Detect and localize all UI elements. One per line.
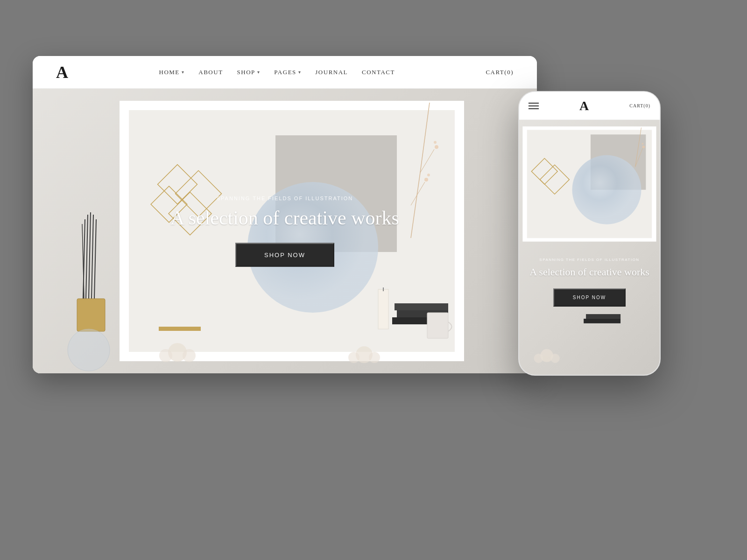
home-chevron-icon: ▾ — [182, 70, 185, 75]
mobile-cart[interactable]: CART(0) — [629, 103, 650, 108]
nav-about[interactable]: ABOUT — [198, 69, 223, 76]
desktop-header: A HOME ▾ ABOUT SHOP ▾ PAGES ▾ JOURNAL CO… — [33, 56, 537, 89]
desktop-hero: SPANNING THE FIELDS OF ILLUSTRATION A se… — [33, 89, 537, 373]
desktop-hero-content: SPANNING THE FIELDS OF ILLUSTRATION A se… — [33, 196, 537, 267]
mobile-logo: A — [579, 98, 589, 113]
nav-home[interactable]: HOME ▾ — [159, 69, 185, 76]
pages-chevron-icon: ▾ — [298, 70, 302, 75]
mobile-hero-content: SPANNING THE FIELDS OF ILLUSTRATION A se… — [519, 253, 660, 311]
desktop-shop-now-button[interactable]: SHOP NOW — [235, 243, 334, 267]
mobile-hero: SPANNING THE FIELDS OF ILLUSTRATION A se… — [519, 120, 660, 375]
desktop-nav: HOME ▾ ABOUT SHOP ▾ PAGES ▾ JOURNAL CONT… — [159, 69, 395, 76]
desktop-mockup: A HOME ▾ ABOUT SHOP ▾ PAGES ▾ JOURNAL CO… — [33, 56, 537, 373]
desktop-cart[interactable]: CART(0) — [486, 69, 514, 76]
desktop-logo: A — [56, 63, 68, 82]
mobile-mockup: A CART(0) — [518, 91, 661, 376]
mobile-hero-background — [519, 120, 660, 375]
shop-chevron-icon: ▾ — [257, 70, 261, 75]
mobile-header: A CART(0) — [519, 92, 660, 120]
nav-pages[interactable]: PAGES ▾ — [274, 69, 301, 76]
mobile-hero-subtitle: SPANNING THE FIELDS OF ILLUSTRATION — [526, 258, 653, 262]
nav-shop[interactable]: SHOP ▾ — [237, 69, 261, 76]
desktop-hero-subtitle: SPANNING THE FIELDS OF ILLUSTRATION — [42, 196, 528, 201]
mobile-shop-now-button[interactable]: SHOP NOW — [553, 288, 626, 307]
mobile-menu-icon[interactable] — [529, 103, 539, 109]
desktop-hero-title: A selection of creative works — [42, 207, 528, 229]
nav-contact[interactable]: CONTACT — [362, 69, 395, 76]
mobile-hero-title: A selection of creative works — [526, 266, 653, 279]
nav-journal[interactable]: JOURNAL — [315, 69, 348, 76]
